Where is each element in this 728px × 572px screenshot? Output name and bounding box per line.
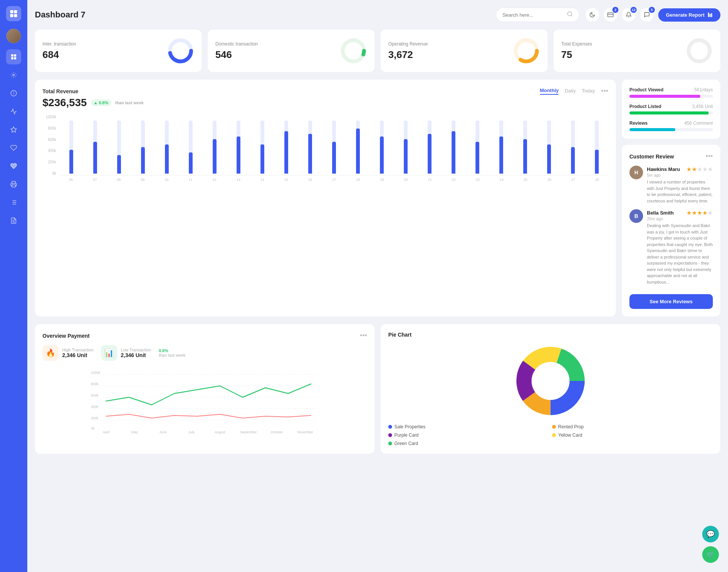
progress-fill (629, 111, 709, 114)
bar-bg (571, 121, 575, 174)
wallet-button[interactable]: 2 (604, 8, 617, 22)
svg-text:800k: 800k (91, 382, 99, 386)
x-label: 19 (371, 178, 393, 182)
sidebar-item-report[interactable] (6, 213, 21, 228)
bar-fg (452, 131, 455, 174)
main-content: Dashboard 7 2 12 5 Gener (27, 0, 728, 572)
reviewer-info: Hawkins Maru ★★★★★ 5m ago I viewed a num… (647, 166, 713, 204)
search-bar[interactable] (496, 8, 579, 22)
stat-label-expenses: Total Expenses (561, 41, 592, 47)
stat-card-inter-transaction: Inter. transaction 684 (35, 30, 202, 72)
bar-bg (404, 121, 408, 174)
metric-header: Reviews 456 Comment (629, 121, 713, 126)
sidebar-item-settings[interactable] (6, 67, 21, 83)
donut-expenses (686, 37, 713, 64)
bar-fg (547, 144, 551, 174)
bar-group (466, 115, 489, 174)
metrics-card: Product Viewed 561/days Product Listed 3… (622, 80, 720, 139)
bar-fg (213, 139, 217, 174)
legend-item: Purple Card (388, 433, 549, 438)
svg-point-31 (343, 40, 364, 61)
star-empty: ★ (697, 166, 702, 172)
stat-label-operating: Operating Revenue (388, 41, 428, 47)
bar-fg (93, 142, 97, 174)
bar-bg (213, 121, 217, 174)
progress-bar (629, 95, 713, 98)
avatar[interactable] (6, 29, 21, 43)
reviewer-time: 20m ago (647, 216, 713, 221)
support-float-button[interactable]: 💬 (702, 526, 719, 542)
bar-fg (332, 142, 336, 174)
sidebar-item-dashboard[interactable] (6, 49, 21, 64)
sidebar-logo[interactable] (6, 6, 21, 21)
legend-label: Green Card (394, 441, 418, 446)
bar-group (323, 115, 345, 174)
total-revenue-card: Total Revenue Monthly Daily Today ••• $2… (35, 80, 616, 317)
star-empty: ★ (708, 166, 713, 172)
sidebar-item-analytics[interactable] (6, 104, 21, 119)
star-filled: ★ (702, 210, 708, 216)
svg-rect-4 (11, 54, 13, 56)
high-value: 2,346 Unit (62, 352, 94, 358)
header: Dashboard 7 2 12 5 Gener (35, 8, 720, 22)
bar-bg (93, 121, 97, 174)
legend-label: Purple Card (394, 433, 419, 438)
x-label: 10 (155, 178, 177, 182)
sidebar-item-list[interactable] (6, 195, 21, 210)
payment-menu-button[interactable]: ••• (360, 332, 367, 340)
sidebar-item-heart[interactable] (6, 140, 21, 155)
x-label: 26 (538, 178, 560, 182)
right-panel: Product Viewed 561/days Product Listed 3… (622, 80, 720, 317)
svg-rect-27 (709, 14, 711, 17)
page-title: Dashboard 7 (35, 10, 490, 20)
x-label: 14 (251, 178, 273, 182)
tab-daily[interactable]: Daily (565, 88, 576, 94)
x-label: 13 (228, 178, 249, 182)
search-input[interactable] (502, 12, 564, 18)
x-label: 23 (467, 178, 489, 182)
bar-bg (332, 121, 336, 174)
sidebar-item-star[interactable] (6, 122, 21, 137)
generate-report-button[interactable]: Generate Report (658, 8, 720, 22)
bell-button[interactable]: 12 (622, 8, 635, 22)
star-filled: ★ (697, 210, 702, 216)
progress-bar (629, 111, 713, 114)
svg-text:June: June (159, 430, 167, 434)
bar-group (299, 115, 322, 174)
high-label: High Transaction (62, 348, 94, 352)
bar-group (394, 115, 417, 174)
chat-button[interactable]: 5 (640, 8, 654, 22)
x-label: 09 (132, 178, 154, 182)
metric-row: Reviews 456 Comment (629, 121, 713, 131)
star-filled: ★ (686, 210, 692, 216)
tab-today[interactable]: Today (582, 88, 595, 94)
bar-group (538, 115, 560, 174)
svg-marker-12 (11, 127, 17, 132)
svg-rect-5 (14, 54, 16, 56)
sidebar-item-print[interactable] (6, 177, 21, 192)
cart-float-button[interactable]: 🛒 (702, 546, 719, 563)
svg-line-23 (571, 15, 572, 16)
bar-group (155, 115, 178, 174)
legend-label: Yellow Card (558, 433, 582, 438)
svg-rect-28 (711, 13, 712, 17)
x-label: 22 (443, 178, 465, 182)
sidebar-item-info[interactable] (6, 86, 21, 101)
bars-container (60, 115, 608, 176)
svg-rect-3 (14, 14, 17, 17)
x-label: 07 (84, 178, 106, 182)
sidebar-item-favorites[interactable] (6, 158, 21, 174)
svg-text:November: November (297, 430, 313, 434)
bar-group (418, 115, 441, 174)
reviews-menu-button[interactable]: ••• (706, 152, 713, 160)
reviewer-info: Bella Smith ★★★★★ 20m ago Dealing with S… (647, 209, 713, 285)
bar-bg (165, 121, 169, 174)
x-label: 24 (491, 178, 513, 182)
theme-toggle-button[interactable] (585, 8, 599, 22)
revenue-menu-button[interactable]: ••• (601, 87, 608, 95)
tab-monthly[interactable]: Monthly (540, 88, 559, 95)
bar-bg (237, 121, 240, 174)
than-label: than last week (115, 100, 144, 105)
see-more-reviews-button[interactable]: See More Reviews (629, 294, 713, 309)
x-label: 12 (204, 178, 226, 182)
